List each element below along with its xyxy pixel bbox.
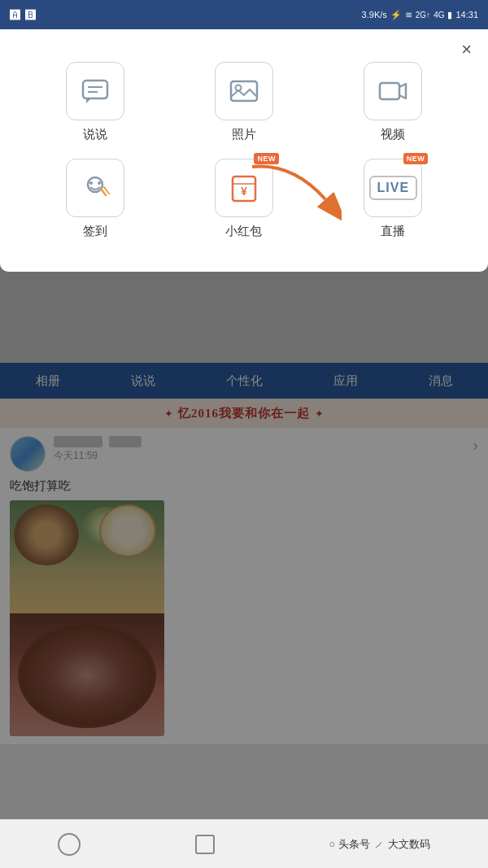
checkin-label: 签到 bbox=[83, 224, 107, 239]
headlines-label: ○ 头条号 ⟋ 大文数码 bbox=[329, 837, 431, 852]
home-square-icon bbox=[195, 835, 215, 854]
menu-item-shuoshuo[interactable]: 说说 bbox=[24, 62, 165, 142]
signal-4g-icon: 4G bbox=[434, 11, 444, 20]
video-icon-box bbox=[364, 62, 422, 120]
photo-icon bbox=[229, 76, 259, 107]
headlines-button[interactable]: ○ 头条号 ⟋ 大文数码 bbox=[329, 837, 431, 852]
headlines-text: 头条号 bbox=[338, 837, 370, 852]
svg-point-8 bbox=[89, 181, 93, 185]
arrow-icon: ⟋ bbox=[373, 838, 385, 851]
menu-item-video[interactable]: 视频 bbox=[323, 62, 464, 142]
status-right: 3.9K/s ⚡ ≋ 2G↑ 4G ▮ 14:31 bbox=[362, 10, 478, 20]
live-icon: LIVE bbox=[369, 176, 418, 200]
live-badge: NEW bbox=[403, 153, 429, 164]
status-left: 🅰 🅱 bbox=[10, 9, 36, 21]
checkin-icon bbox=[80, 172, 111, 203]
speed-indicator: 3.9K/s bbox=[362, 10, 387, 20]
shuoshuo-icon-box bbox=[66, 62, 124, 120]
menu-item-redpacket[interactable]: NEW ¥ 小红包 bbox=[173, 159, 314, 239]
back-button[interactable] bbox=[58, 833, 81, 856]
checkin-icon-box bbox=[66, 159, 124, 217]
headlines-icon: ○ bbox=[329, 838, 336, 850]
svg-rect-0 bbox=[83, 81, 107, 98]
svg-line-10 bbox=[101, 189, 106, 195]
photo-icon-box bbox=[215, 62, 273, 120]
svg-marker-3 bbox=[86, 98, 91, 103]
svg-point-9 bbox=[98, 181, 101, 185]
app-icon-2: 🅱 bbox=[25, 9, 36, 21]
brand-text: 大文数码 bbox=[388, 837, 430, 852]
menu-item-checkin[interactable]: 签到 bbox=[24, 159, 165, 239]
modal-card: × 说说 照片 bbox=[0, 29, 488, 272]
video-icon bbox=[377, 76, 408, 107]
redpacket-label: 小红包 bbox=[225, 224, 262, 239]
home-button[interactable] bbox=[195, 835, 215, 854]
shuoshuo-label: 说说 bbox=[83, 127, 107, 142]
wifi-icon: ≋ bbox=[405, 10, 412, 20]
redpacket-badge: NEW bbox=[254, 153, 279, 164]
svg-text:¥: ¥ bbox=[241, 185, 247, 198]
redpacket-icon: ¥ bbox=[229, 172, 259, 203]
app-icon-1: 🅰 bbox=[10, 9, 20, 21]
time-display: 14:31 bbox=[455, 10, 478, 20]
menu-item-live[interactable]: NEW LIVE 直播 bbox=[323, 159, 464, 239]
battery-icon: ▮ bbox=[447, 10, 452, 20]
chat-icon bbox=[80, 76, 111, 107]
status-bar: 🅰 🅱 3.9K/s ⚡ ≋ 2G↑ 4G ▮ 14:31 bbox=[0, 0, 488, 29]
menu-item-photo[interactable]: 照片 bbox=[173, 62, 314, 142]
photo-label: 照片 bbox=[232, 127, 256, 142]
close-button[interactable]: × bbox=[461, 41, 472, 59]
back-circle-icon bbox=[58, 833, 81, 856]
menu-grid: 说说 照片 视频 bbox=[0, 46, 488, 247]
svg-rect-4 bbox=[231, 81, 257, 101]
video-label: 视频 bbox=[381, 127, 405, 142]
bottom-nav: ○ 头条号 ⟋ 大文数码 bbox=[0, 819, 488, 868]
live-icon-box: NEW LIVE bbox=[364, 159, 422, 217]
bluetooth-icon: ⚡ bbox=[390, 10, 402, 20]
live-label: 直播 bbox=[381, 224, 405, 239]
signal-2g-icon: 2G↑ bbox=[416, 11, 430, 20]
svg-rect-6 bbox=[380, 83, 399, 99]
redpacket-icon-box: NEW ¥ bbox=[215, 159, 273, 217]
